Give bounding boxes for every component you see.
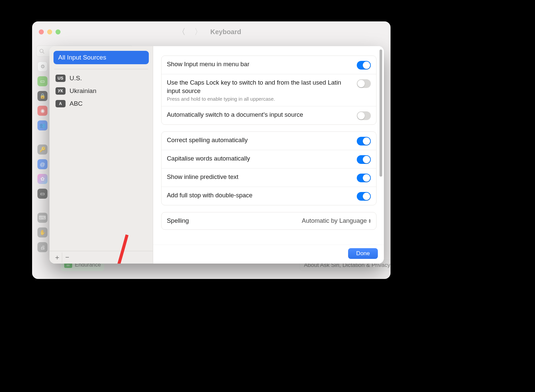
toggle[interactable] — [357, 174, 371, 182]
setting-row: Correct spelling automatically — [162, 132, 376, 150]
input-sources-sheet: All Input Sources USU.S.УКUkrainianAABC … — [49, 46, 384, 264]
sidebar-item-input-source[interactable]: УКUkrainian — [54, 85, 149, 97]
setting-row: Automatically switch to a document's inp… — [162, 106, 376, 124]
sidebar-item-label: ABC — [70, 100, 83, 107]
minimize-icon[interactable] — [47, 29, 52, 34]
settings-group: Show Input menu in menu barUse the Caps … — [161, 56, 377, 125]
setting-label: Show inline predictive text — [167, 173, 352, 181]
svg-point-0 — [40, 49, 43, 53]
sidebar-item-input-source[interactable]: USU.S. — [54, 72, 149, 85]
toggle[interactable] — [357, 155, 371, 164]
toggle[interactable] — [357, 192, 371, 201]
divider — [54, 69, 148, 69]
setting-label: Add full stop with double-space — [167, 191, 352, 200]
wallet-icon[interactable]: ▭ — [37, 189, 47, 199]
search-icon — [39, 48, 44, 54]
setting-label: Show Input menu in menu bar — [167, 60, 352, 69]
select-value: Automatic by Language — [302, 217, 367, 224]
done-button[interactable]: Done — [348, 248, 378, 259]
back-icon[interactable]: 〈 — [178, 26, 186, 37]
forward-icon[interactable]: 〉 — [194, 26, 202, 37]
sidebar-item-label: All Input Sources — [58, 54, 106, 61]
updown-icon: ▴▾ — [369, 218, 371, 223]
passwords-icon[interactable]: 🔑 — [37, 144, 47, 155]
button-label: Done — [356, 250, 370, 257]
lock-icon[interactable]: 🔒 — [37, 91, 47, 101]
nav-buttons: 〈 〉 — [178, 26, 202, 37]
sidebar-item-label: U.S. — [70, 75, 82, 82]
spelling-row[interactable]: Spelling Automatic by Language ▴▾ — [162, 212, 376, 229]
settings-group: Correct spelling automaticallyCapitalise… — [161, 131, 377, 205]
setting-label: Correct spelling automatically — [167, 136, 352, 144]
setting-sublabel: Press and hold to enable typing in all u… — [167, 96, 352, 102]
setting-label: Use the Caps Lock key to switch to and f… — [167, 79, 352, 95]
layout-badge: A — [56, 100, 66, 107]
setting-row: Show inline predictive text — [162, 169, 376, 187]
gamecenter-icon[interactable]: ✿ — [37, 174, 47, 184]
sheet-footer: Done — [153, 244, 384, 264]
toggle[interactable] — [357, 111, 371, 120]
setting-row: Use the Caps Lock key to switch to and f… — [162, 74, 376, 106]
battery-icon[interactable]: ▭ — [37, 76, 47, 86]
svg-line-1 — [43, 52, 44, 54]
layout-badge: US — [56, 75, 66, 82]
setting-row: Show Input menu in menu bar — [162, 56, 376, 74]
window-controls — [39, 29, 61, 34]
sidebar-item-input-source[interactable]: AABC — [54, 97, 149, 110]
toggle[interactable] — [357, 61, 371, 70]
toggle[interactable] — [357, 137, 371, 145]
settings-group: Spelling Automatic by Language ▴▾ — [161, 212, 377, 230]
add-remove-toolbar: ＋ − — [49, 251, 153, 264]
trackpad-icon[interactable]: ✋ — [37, 227, 47, 237]
input-sources-settings: Show Input menu in menu barUse the Caps … — [153, 46, 384, 264]
keyboard-icon[interactable]: ⌨ — [37, 213, 47, 223]
layout-badge: УК — [56, 87, 66, 95]
setting-row: Add full stop with double-space — [162, 187, 376, 205]
printers-icon[interactable]: 🖨 — [37, 242, 47, 252]
toggle[interactable] — [357, 79, 371, 88]
input-sources-sidebar: All Input Sources USU.S.УКUkrainianAABC … — [49, 46, 153, 264]
zoom-icon[interactable] — [56, 29, 61, 34]
internet-accounts-icon[interactable]: @ — [37, 159, 47, 169]
setting-label: Spelling — [167, 217, 302, 225]
add-button[interactable]: ＋ — [52, 253, 62, 263]
general-icon[interactable]: ⚙ — [40, 64, 45, 70]
sidebar-item-label: Ukrainian — [70, 87, 96, 95]
spelling-select[interactable]: Automatic by Language ▴▾ — [302, 217, 371, 224]
setting-label: Automatically switch to a document's inp… — [167, 111, 352, 119]
titlebar: 〈 〉 Keyboard — [32, 21, 391, 42]
remove-button[interactable]: − — [62, 253, 72, 263]
setting-label: Capitalise words automatically — [167, 155, 352, 163]
close-icon[interactable] — [39, 29, 44, 34]
touchid-icon[interactable]: ◉ — [37, 106, 47, 116]
users-icon[interactable]: 👥 — [37, 120, 47, 130]
sidebar-item-all-input-sources[interactable]: All Input Sources — [54, 51, 149, 64]
scrollbar[interactable] — [380, 50, 382, 177]
setting-row: Capitalise words automatically — [162, 150, 376, 169]
page-title: Keyboard — [210, 28, 241, 36]
settings-sidebar: ⚙ ▭ 🔒 ◉ 👥 🔑 @ ✿ ▭ ⌨ ✋ 🖨 — [37, 62, 47, 252]
